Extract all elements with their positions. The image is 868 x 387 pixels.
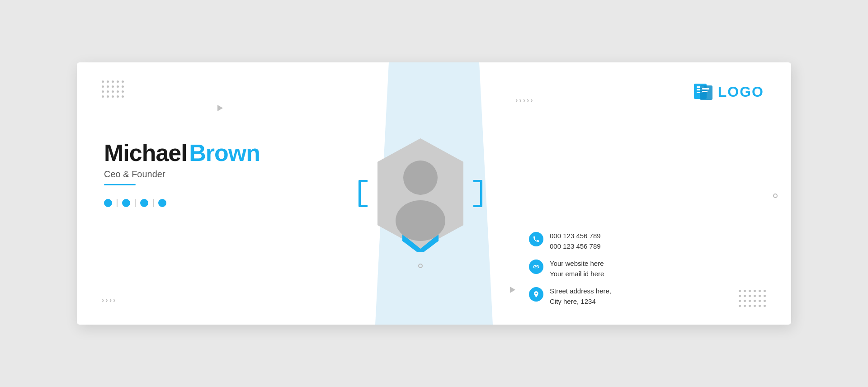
dot-group-4	[158, 199, 166, 207]
dot-group-1	[104, 199, 112, 207]
dot-grid-bottom-right	[739, 290, 766, 307]
web-email-text: Your website here Your email id here	[550, 259, 604, 279]
arrow-tr-1: ›	[515, 96, 518, 104]
last-name: Brown	[189, 140, 260, 166]
dot-grid-top-left	[102, 80, 124, 98]
center-section	[339, 62, 502, 325]
social-dot-2	[122, 199, 130, 207]
logo-area: LOGO	[529, 83, 764, 101]
svg-point-2	[403, 160, 438, 195]
circle-decoration-bottom	[418, 264, 423, 268]
location-icon	[533, 291, 540, 298]
bracket-right	[473, 180, 482, 207]
dot-divider-1	[117, 199, 118, 207]
dot-divider-3	[153, 199, 154, 207]
arrow-1: ›	[102, 296, 104, 304]
bracket-left	[359, 180, 368, 207]
first-name: Michael	[104, 140, 187, 166]
location-icon-circle	[529, 287, 543, 302]
phone-2: 000 123 456 789	[550, 241, 601, 252]
avatar-hexagon	[368, 135, 472, 252]
hexagon-svg	[368, 135, 472, 252]
phone-icon-circle	[529, 232, 543, 246]
arrows-bottom-left: › › › ›	[102, 296, 115, 304]
logo-icon	[693, 83, 713, 101]
contact-items: 000 123 456 789 000 123 456 789 Your web…	[529, 231, 764, 307]
right-section: › › › › › LOGO	[502, 62, 791, 325]
underline-decoration	[104, 184, 136, 185]
svg-rect-8	[700, 85, 712, 100]
social-dot-3	[140, 199, 148, 207]
social-dot-4	[158, 199, 166, 207]
arrow-4: ›	[113, 296, 115, 304]
phone-1: 000 123 456 789	[550, 231, 601, 241]
triangle-decoration-top	[217, 105, 223, 111]
arrow-tr-5: ›	[530, 96, 533, 104]
svg-rect-10	[702, 91, 708, 92]
contact-web-email: Your website here Your email id here	[529, 259, 764, 279]
email: Your email id here	[550, 269, 604, 279]
social-dot-1	[104, 199, 112, 207]
phone-icon	[533, 236, 540, 243]
address-line-1: Street address here,	[550, 286, 611, 297]
svg-point-3	[396, 200, 445, 241]
social-dots	[104, 199, 316, 207]
link-icon	[533, 263, 540, 270]
arrow-tr-2: ›	[519, 96, 521, 104]
arrow-tr-3: ›	[523, 96, 525, 104]
business-card: Michael Brown Ceo & Founder	[77, 62, 791, 325]
circle-decoration-right	[773, 194, 778, 198]
dot-group-3	[140, 199, 148, 207]
arrows-top-right: › › › › ›	[515, 96, 533, 104]
arrow-tr-4: ›	[527, 96, 529, 104]
address-line-2: City here, 1234	[550, 297, 611, 307]
left-section: Michael Brown Ceo & Founder	[77, 62, 339, 325]
dot-divider-2	[135, 199, 136, 207]
contact-address: Street address here, City here, 1234	[529, 286, 764, 307]
name-section: Michael Brown Ceo & Founder	[104, 139, 316, 207]
phone-text: 000 123 456 789 000 123 456 789	[550, 231, 601, 251]
address-text: Street address here, City here, 1234	[550, 286, 611, 307]
arrow-3: ›	[109, 296, 112, 304]
svg-rect-9	[702, 88, 709, 90]
person-name: Michael Brown	[104, 139, 316, 166]
dot-group-2	[122, 199, 130, 207]
website: Your website here	[550, 259, 604, 269]
person-title: Ceo & Founder	[104, 169, 316, 179]
contact-phone: 000 123 456 789 000 123 456 789	[529, 231, 764, 251]
arrow-2: ›	[105, 296, 108, 304]
logo-text: LOGO	[718, 84, 764, 100]
link-icon-circle	[529, 260, 543, 274]
